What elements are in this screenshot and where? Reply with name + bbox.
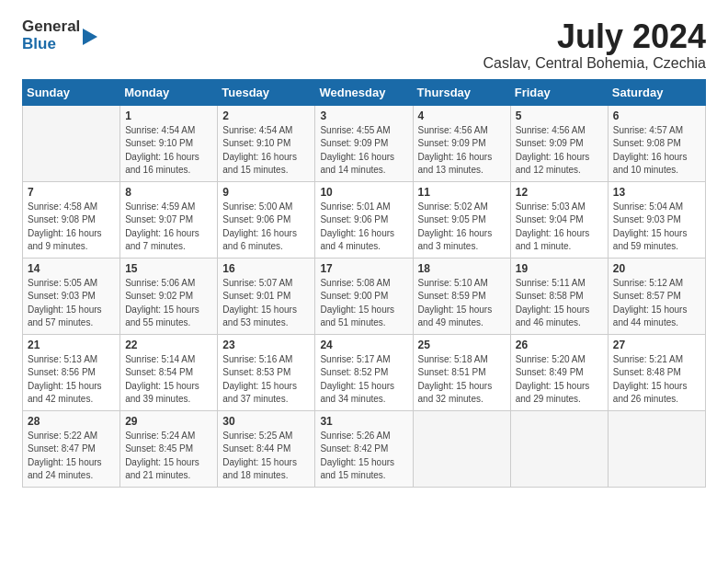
calendar-cell: 22Sunrise: 5:14 AM Sunset: 8:54 PM Dayli…: [120, 334, 218, 410]
calendar-cell: 9Sunrise: 5:00 AM Sunset: 9:06 PM Daylig…: [218, 181, 315, 258]
cell-info: Sunrise: 5:00 AM Sunset: 9:06 PM Dayligh…: [222, 201, 310, 254]
day-number: 3: [320, 109, 407, 122]
cell-info: Sunrise: 5:17 AM Sunset: 8:52 PM Dayligh…: [320, 353, 407, 407]
calendar-cell: 16Sunrise: 5:07 AM Sunset: 9:01 PM Dayli…: [218, 258, 315, 334]
day-number: 31: [320, 415, 407, 428]
day-number: 13: [613, 186, 700, 199]
cell-info: Sunrise: 4:54 AM Sunset: 9:10 PM Dayligh…: [125, 124, 212, 178]
cell-info: Sunrise: 4:56 AM Sunset: 9:09 PM Dayligh…: [516, 124, 603, 178]
calendar-cell: 3Sunrise: 4:55 AM Sunset: 9:09 PM Daylig…: [315, 105, 413, 181]
calendar-week-row: 7Sunrise: 4:58 AM Sunset: 9:08 PM Daylig…: [23, 181, 706, 258]
location-subtitle: Caslav, Central Bohemia, Czechia: [483, 55, 706, 72]
weekday-header-cell: Tuesday: [218, 79, 315, 105]
calendar-cell: 5Sunrise: 4:56 AM Sunset: 9:09 PM Daylig…: [510, 105, 608, 181]
day-number: 23: [222, 339, 310, 351]
cell-info: Sunrise: 4:55 AM Sunset: 9:09 PM Dayligh…: [320, 124, 407, 178]
weekday-header-cell: Thursday: [413, 79, 510, 105]
calendar-cell: 30Sunrise: 5:25 AM Sunset: 8:44 PM Dayli…: [218, 410, 315, 487]
title-section: July 2024 Caslav, Central Bohemia, Czech…: [483, 18, 706, 72]
calendar-cell: 31Sunrise: 5:26 AM Sunset: 8:42 PM Dayli…: [315, 410, 413, 487]
day-number: 29: [125, 415, 212, 428]
calendar-cell: 11Sunrise: 5:02 AM Sunset: 9:05 PM Dayli…: [413, 181, 510, 258]
cell-info: Sunrise: 5:02 AM Sunset: 9:05 PM Dayligh…: [418, 201, 506, 254]
calendar-week-row: 28Sunrise: 5:22 AM Sunset: 8:47 PM Dayli…: [23, 410, 706, 487]
cell-info: Sunrise: 5:06 AM Sunset: 9:02 PM Dayligh…: [125, 277, 212, 330]
calendar-cell: 23Sunrise: 5:16 AM Sunset: 8:53 PM Dayli…: [218, 334, 315, 410]
cell-info: Sunrise: 5:11 AM Sunset: 8:58 PM Dayligh…: [516, 277, 603, 330]
calendar-cell: 29Sunrise: 5:24 AM Sunset: 8:45 PM Dayli…: [120, 410, 218, 487]
cell-info: Sunrise: 4:58 AM Sunset: 9:08 PM Dayligh…: [28, 201, 115, 254]
weekday-header-cell: Wednesday: [315, 79, 413, 105]
calendar-cell: 14Sunrise: 5:05 AM Sunset: 9:03 PM Dayli…: [23, 258, 120, 334]
calendar-cell: [413, 410, 510, 487]
cell-info: Sunrise: 5:16 AM Sunset: 8:53 PM Dayligh…: [222, 353, 310, 407]
cell-info: Sunrise: 4:57 AM Sunset: 9:08 PM Dayligh…: [613, 124, 700, 178]
cell-info: Sunrise: 5:18 AM Sunset: 8:51 PM Dayligh…: [418, 353, 506, 407]
calendar-cell: 1Sunrise: 4:54 AM Sunset: 9:10 PM Daylig…: [120, 105, 218, 181]
cell-info: Sunrise: 4:59 AM Sunset: 9:07 PM Dayligh…: [125, 201, 212, 254]
calendar-cell: 27Sunrise: 5:21 AM Sunset: 8:48 PM Dayli…: [608, 334, 705, 410]
calendar-cell: 4Sunrise: 4:56 AM Sunset: 9:09 PM Daylig…: [413, 105, 510, 181]
day-number: 14: [28, 262, 115, 275]
day-number: 1: [125, 109, 212, 122]
day-number: 11: [418, 186, 506, 199]
calendar-week-row: 21Sunrise: 5:13 AM Sunset: 8:56 PM Dayli…: [23, 334, 706, 410]
calendar-cell: 28Sunrise: 5:22 AM Sunset: 8:47 PM Dayli…: [23, 410, 120, 487]
cell-info: Sunrise: 5:20 AM Sunset: 8:49 PM Dayligh…: [516, 353, 603, 407]
calendar-cell: 25Sunrise: 5:18 AM Sunset: 8:51 PM Dayli…: [413, 334, 510, 410]
cell-info: Sunrise: 4:56 AM Sunset: 9:09 PM Dayligh…: [418, 124, 506, 178]
calendar-cell: 19Sunrise: 5:11 AM Sunset: 8:58 PM Dayli…: [510, 258, 608, 334]
day-number: 12: [516, 186, 603, 199]
day-number: 7: [28, 186, 115, 199]
cell-info: Sunrise: 4:54 AM Sunset: 9:10 PM Dayligh…: [222, 124, 310, 178]
cell-info: Sunrise: 5:25 AM Sunset: 8:44 PM Dayligh…: [222, 430, 310, 483]
calendar-cell: 20Sunrise: 5:12 AM Sunset: 8:57 PM Dayli…: [608, 258, 705, 334]
day-number: 28: [28, 415, 115, 428]
day-number: 30: [222, 415, 310, 428]
calendar-cell: 10Sunrise: 5:01 AM Sunset: 9:06 PM Dayli…: [315, 181, 413, 258]
calendar-cell: 21Sunrise: 5:13 AM Sunset: 8:56 PM Dayli…: [23, 334, 120, 410]
calendar-cell: 6Sunrise: 4:57 AM Sunset: 9:08 PM Daylig…: [608, 105, 705, 181]
logo-general: General: [22, 18, 80, 36]
day-number: 5: [516, 109, 603, 122]
day-number: 17: [320, 262, 407, 275]
month-year-title: July 2024: [483, 18, 706, 55]
calendar-cell: 12Sunrise: 5:03 AM Sunset: 9:04 PM Dayli…: [510, 181, 608, 258]
day-number: 21: [28, 339, 115, 351]
cell-info: Sunrise: 5:07 AM Sunset: 9:01 PM Dayligh…: [222, 277, 310, 330]
calendar-cell: 8Sunrise: 4:59 AM Sunset: 9:07 PM Daylig…: [120, 181, 218, 258]
day-number: 8: [125, 186, 212, 199]
calendar-cell: 24Sunrise: 5:17 AM Sunset: 8:52 PM Dayli…: [315, 334, 413, 410]
day-number: 6: [613, 109, 700, 122]
calendar-body: 1Sunrise: 4:54 AM Sunset: 9:10 PM Daylig…: [23, 105, 706, 487]
day-number: 9: [222, 186, 310, 199]
cell-info: Sunrise: 5:03 AM Sunset: 9:04 PM Dayligh…: [516, 201, 603, 254]
weekday-header-cell: Saturday: [608, 79, 705, 105]
logo-blue: Blue: [22, 36, 80, 53]
logo-arrow-icon: [83, 29, 97, 45]
cell-info: Sunrise: 5:01 AM Sunset: 9:06 PM Dayligh…: [320, 201, 407, 254]
weekday-header-cell: Sunday: [23, 79, 120, 105]
cell-info: Sunrise: 5:08 AM Sunset: 9:00 PM Dayligh…: [320, 277, 407, 330]
calendar-cell: [608, 410, 705, 487]
calendar-table: SundayMondayTuesdayWednesdayThursdayFrid…: [22, 79, 706, 488]
calendar-cell: 18Sunrise: 5:10 AM Sunset: 8:59 PM Dayli…: [413, 258, 510, 334]
day-number: 4: [418, 109, 506, 122]
day-number: 24: [320, 339, 407, 351]
day-number: 19: [516, 262, 603, 275]
calendar-cell: 26Sunrise: 5:20 AM Sunset: 8:49 PM Dayli…: [510, 334, 608, 410]
day-number: 18: [418, 262, 506, 275]
day-number: 20: [613, 262, 700, 275]
cell-info: Sunrise: 5:12 AM Sunset: 8:57 PM Dayligh…: [613, 277, 700, 330]
calendar-cell: [23, 105, 120, 181]
weekday-header-cell: Monday: [120, 79, 218, 105]
calendar-cell: 15Sunrise: 5:06 AM Sunset: 9:02 PM Dayli…: [120, 258, 218, 334]
calendar-cell: 7Sunrise: 4:58 AM Sunset: 9:08 PM Daylig…: [23, 181, 120, 258]
calendar-week-row: 14Sunrise: 5:05 AM Sunset: 9:03 PM Dayli…: [23, 258, 706, 334]
day-number: 25: [418, 339, 506, 351]
calendar-cell: 13Sunrise: 5:04 AM Sunset: 9:03 PM Dayli…: [608, 181, 705, 258]
cell-info: Sunrise: 5:05 AM Sunset: 9:03 PM Dayligh…: [28, 277, 115, 330]
cell-info: Sunrise: 5:14 AM Sunset: 8:54 PM Dayligh…: [125, 353, 212, 407]
day-number: 15: [125, 262, 212, 275]
day-number: 2: [222, 109, 310, 122]
